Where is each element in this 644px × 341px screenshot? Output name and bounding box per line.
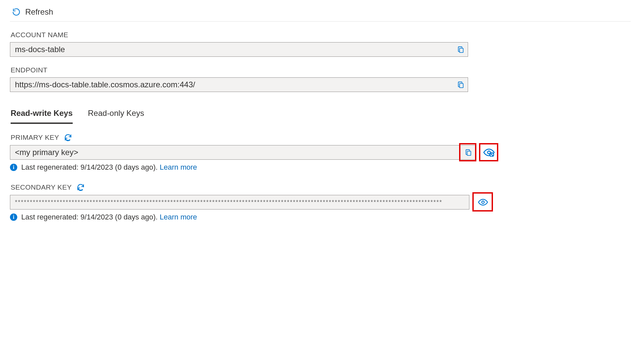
copy-icon[interactable]	[454, 78, 468, 92]
endpoint-value[interactable]: https://ms-docs-table.table.cosmos.azure…	[10, 78, 454, 92]
eye-hidden-icon[interactable]	[480, 143, 498, 161]
secondary-key-value[interactable]: ****************************************…	[10, 195, 469, 209]
secondary-key-regenerated-text: Last regenerated: 9/14/2023 (0 days ago)…	[21, 213, 160, 221]
regenerate-icon[interactable]	[64, 133, 72, 142]
tab-read-write-keys[interactable]: Read-write Keys	[11, 105, 73, 124]
info-icon: i	[10, 213, 17, 221]
eye-icon[interactable]	[473, 193, 493, 211]
account-name-label: ACCOUNT NAME	[11, 31, 631, 39]
keys-tabs: Read-write Keys Read-only Keys	[10, 105, 631, 124]
primary-key-info: i Last regenerated: 9/14/2023 (0 days ag…	[10, 163, 631, 172]
refresh-icon[interactable]	[12, 8, 21, 16]
svg-rect-1	[459, 83, 463, 88]
copy-icon[interactable]	[454, 43, 468, 56]
refresh-button-label[interactable]: Refresh	[25, 7, 53, 17]
primary-key-field: <my primary key>	[10, 145, 476, 160]
secondary-key-field: ****************************************…	[10, 195, 469, 210]
keys-pane: Refresh ACCOUNT NAME ms-docs-table ENDPO…	[0, 0, 644, 228]
primary-key-regenerated-text: Last regenerated: 9/14/2023 (0 days ago)…	[21, 163, 160, 171]
regenerate-icon[interactable]	[76, 183, 85, 192]
primary-key-label-row: PRIMARY KEY	[11, 133, 72, 142]
copy-icon[interactable]	[461, 145, 475, 159]
endpoint-label: ENDPOINT	[11, 66, 631, 74]
secondary-key-label: SECONDARY KEY	[11, 183, 72, 191]
learn-more-link[interactable]: Learn more	[160, 213, 197, 221]
tab-read-only-keys[interactable]: Read-only Keys	[88, 105, 144, 124]
secondary-key-label-row: SECONDARY KEY	[11, 183, 85, 192]
endpoint-field: https://ms-docs-table.table.cosmos.azure…	[10, 77, 468, 92]
account-name-field: ms-docs-table	[10, 42, 468, 57]
primary-key-value[interactable]: <my primary key>	[10, 145, 461, 159]
learn-more-link[interactable]: Learn more	[160, 163, 197, 171]
account-name-value[interactable]: ms-docs-table	[10, 43, 454, 56]
primary-key-label: PRIMARY KEY	[11, 133, 59, 141]
svg-rect-2	[467, 151, 471, 155]
secondary-key-info: i Last regenerated: 9/14/2023 (0 days ag…	[10, 213, 631, 221]
svg-point-6	[482, 201, 484, 204]
svg-rect-0	[459, 48, 463, 52]
toolbar: Refresh	[10, 5, 631, 22]
info-icon: i	[10, 164, 17, 171]
